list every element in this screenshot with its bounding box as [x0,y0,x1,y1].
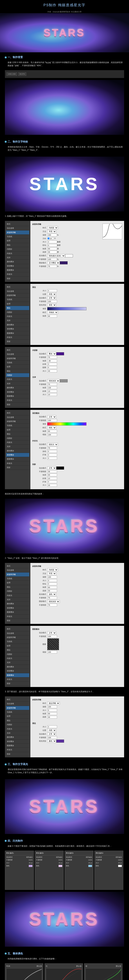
fx-item[interactable]: 颜色叠加 [6,260,29,264]
fx-item[interactable]: 光泽 [6,444,29,449]
fx-item[interactable]: 投影 [6,402,29,407]
fx-item[interactable]: 混合选项 [6,631,29,635]
fx-item[interactable]: 内发光 [6,593,29,598]
fx-item[interactable]: 纹理 [6,714,29,718]
fx-item[interactable]: 图案叠加 [6,268,29,272]
fx-item[interactable]: 样式 [6,627,29,631]
fx-item[interactable]: 外发光 [6,336,29,339]
fx-item[interactable]: 外发光 [6,398,29,402]
fx-item[interactable]: 渐变叠加 [6,669,29,673]
bevel-depth[interactable] [47,234,57,236]
fx-item[interactable]: 混合选项 [6,226,29,230]
pattern-swatch[interactable] [47,638,59,650]
sh-opacity[interactable] [47,265,57,268]
fx-item[interactable]: 描边 [6,432,29,436]
bevel-altitude[interactable] [47,251,57,253]
fx-item[interactable]: 光泽 [6,731,29,735]
fx-item[interactable]: 图案叠加 [6,610,29,614]
stroke-grad-style[interactable]: 对称的 [47,311,58,314]
fx-item[interactable]: 光泽 [6,318,29,323]
fx-item[interactable]: 内发光 [6,314,29,318]
fx-item[interactable]: 描边 [6,369,29,373]
fx-item[interactable]: 描边 [6,243,29,247]
fx-item[interactable]: 纹理 [6,365,29,369]
fx-item[interactable]: 混合选项 [6,415,29,420]
fx-item[interactable]: 渐变叠加 [6,264,29,268]
bevel-soften[interactable] [47,244,57,247]
fx-item[interactable]: 外发光 [6,614,29,619]
stroke-size[interactable] [47,289,57,292]
fx-item[interactable]: 投影 [6,466,29,469]
hl-mode[interactable]: 线性减淡 (添加) [47,254,65,257]
fx-item[interactable]: 颜色叠加 [6,665,29,669]
stroke-fill[interactable]: 渐变 [47,304,56,307]
fx-item[interactable]: 投影 [6,619,29,623]
fx-item[interactable]: 混合选项 [6,702,29,706]
fx-item[interactable]: 纹理 [6,644,29,648]
fx-item[interactable]: 图案叠加 [6,394,29,398]
fx-item[interactable]: 纹理 [6,581,29,585]
fx-item[interactable]: 纹理 [6,428,29,432]
stroke-op[interactable] [47,300,57,303]
fx-item[interactable]: 内发光 [6,656,29,660]
fx-item[interactable]: 等高线 [6,423,29,428]
hl-color-swatch[interactable] [65,254,73,257]
grad-overlay-bar[interactable] [47,422,86,425]
fx-item[interactable]: 内阴影 [6,589,29,593]
sh-mode[interactable]: 正片叠底 [47,261,60,264]
fx-item[interactable]: 内阴影 [6,436,29,441]
fx-item[interactable]: 内发光 [6,441,29,444]
fx-item[interactable]: 投影 [6,339,29,344]
fx-item[interactable]: 样式 [6,564,29,568]
fx-item[interactable]: 斜面和浮雕 [6,573,29,577]
fx-item[interactable]: 等高线 [6,361,29,365]
fx-item[interactable]: 斜面和浮雕 [6,293,29,298]
fx-item[interactable]: 投影 [6,681,29,686]
bevel-size[interactable] [47,240,57,243]
fx-item[interactable]: 样式 [6,698,29,702]
fx-item[interactable]: 颜色叠加 [6,449,29,453]
fx-item[interactable]: 颜色叠加 [6,386,29,390]
fx-item[interactable]: 内发光 [6,251,29,256]
fx-item[interactable]: 光泽 [6,598,29,602]
fx-item[interactable]: 纹理 [6,302,29,306]
fx-item[interactable]: 外发光 [6,272,29,276]
fx-item[interactable]: 内阴影 [6,723,29,727]
fx-item[interactable]: 等高线 [6,640,29,644]
fx-item[interactable]: 混合选项 [6,289,29,293]
fx-item[interactable]: 图案叠加 [6,457,29,461]
fx-item[interactable]: 颜色叠加 [6,602,29,606]
fx-item[interactable]: 内阴影 [6,373,29,377]
bevel-angle[interactable] [47,247,57,250]
fx-item[interactable]: 图案叠加 [6,331,29,336]
fx-item[interactable]: 等高线 [6,577,29,581]
stroke-angle[interactable] [47,315,57,318]
fx-item[interactable]: 纹理 [6,239,29,243]
fx-item[interactable]: 等高线 [6,298,29,302]
fx-item[interactable]: 渐变叠加 [6,606,29,610]
fx-item[interactable]: 渐变叠加 [6,327,29,331]
fx-item[interactable]: 描边 [6,648,29,652]
dir-down[interactable] [51,237,54,240]
fx-item[interactable]: 内发光 [6,727,29,731]
fx-item[interactable]: 斜面和浮雕 [6,635,29,640]
fx-item[interactable]: 颜色叠加 [6,735,29,739]
fx-item[interactable]: 样式 [6,348,29,352]
hl-opacity[interactable] [47,258,57,261]
fx-item[interactable]: 斜面和浮雕 [6,356,29,361]
dir-up[interactable] [47,237,50,240]
sh-color-swatch[interactable] [60,261,68,264]
fx-item[interactable]: 混合选项 [6,352,29,356]
fx-item[interactable]: 外发光 [6,461,29,466]
fx-item[interactable]: 颜色叠加 [6,323,29,327]
fx-item[interactable]: 样式 [6,222,29,226]
fx-item[interactable]: 外发光 [6,678,29,681]
bevel-style[interactable]: 内斜面 [47,226,58,229]
fx-item[interactable]: 投影 [6,277,29,281]
fx-item[interactable]: 投影 [6,752,29,756]
fx-item[interactable]: 光泽 [6,256,29,260]
is-color[interactable] [56,352,64,355]
fx-item[interactable]: 内发光 [6,377,29,382]
fx-item[interactable]: 等高线 [6,710,29,714]
fx-item[interactable]: 外发光 [6,748,29,752]
